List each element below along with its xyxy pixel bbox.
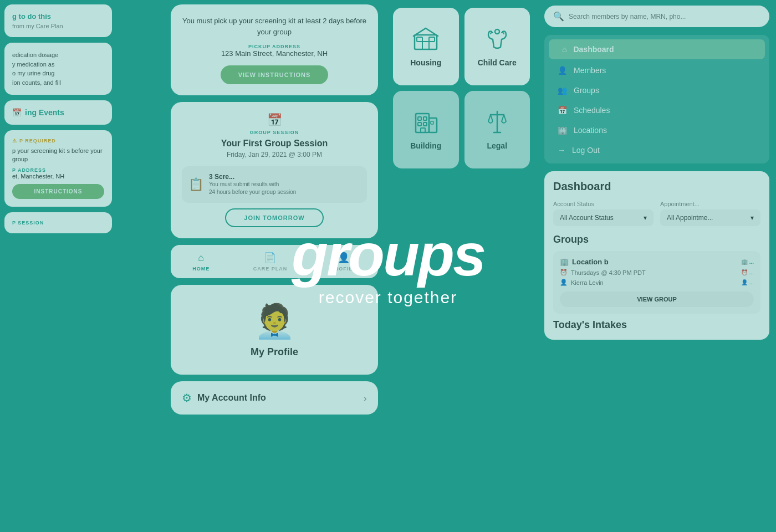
step-required-text: p your screening kit s before your group [12, 147, 104, 164]
svg-rect-6 [429, 118, 437, 132]
screenings-count: 3 Scre... [209, 173, 296, 181]
profile-avatar: 🧑‍💼 [182, 301, 367, 341]
view-group-button[interactable]: VIEW GROUP [560, 291, 754, 307]
member-icon: 👤 [560, 279, 568, 286]
svg-rect-7 [418, 117, 421, 120]
svg-rect-12 [431, 121, 433, 124]
group-session-date: Friday, Jan 29, 2021 @ 3:00 PM [182, 151, 367, 158]
logo-s: s [453, 221, 484, 288]
chevron-right-icon: › [363, 392, 367, 405]
sidebar-item-locations[interactable]: 🏢 Locations [544, 120, 769, 140]
svg-rect-2 [417, 37, 422, 42]
intakes-title: Today's Intakes [553, 319, 760, 331]
admin-panel: 🔍 ⌂ Dashboard 👤 Members 👥 Groups 📅 Sched… [538, 0, 776, 532]
nav-care-plan[interactable]: 📄 CARE PLAN [253, 252, 288, 272]
housing-label: Housing [410, 58, 441, 67]
svg-rect-8 [423, 117, 427, 120]
chevron-down-icon-2: ▾ [751, 214, 754, 222]
schedules-label: Schedules [574, 106, 610, 115]
sidebar-item-schedules[interactable]: 📅 Schedules [544, 100, 769, 120]
group-card: 🏢 Location b 🏢 ... ⏰ Thursdays @ 4:30 PM… [553, 251, 760, 314]
svg-rect-9 [418, 122, 421, 126]
clock-icon: ⏰ [560, 269, 568, 276]
sidebar-item-logout[interactable]: → Log Out [544, 140, 769, 160]
appointment-select[interactable]: All Appointme... ▾ [660, 209, 760, 226]
group-session-card: 📅 GROUP SESSION Your First Group Session… [171, 102, 378, 238]
svg-rect-10 [423, 122, 427, 126]
nav-home[interactable]: ⌂ HOME [192, 252, 210, 272]
calendar-icon: 📅 [12, 108, 22, 117]
things-to-do-card: g to do this from my Care Plan [4, 4, 112, 37]
account-status-select[interactable]: All Account Status ▾ [553, 209, 654, 226]
member-badge: 👤 ... [741, 279, 754, 285]
medication-card: edication dosage y medication as o my ur… [4, 43, 112, 95]
sidebar-item-groups[interactable]: 👥 Groups [544, 80, 769, 100]
logo-g: g [292, 221, 326, 288]
building-label: Building [410, 141, 441, 150]
logo-u: u [383, 221, 418, 288]
child-care-icon [485, 26, 509, 53]
groups-section: Groups 🏢 Location b 🏢 ... ⏰ Thursdays @ … [553, 234, 760, 314]
legal-label: Legal [487, 141, 507, 150]
housing-card[interactable]: Housing [393, 8, 459, 85]
warning-icon: ⚠ [12, 138, 17, 144]
legal-card[interactable]: Legal [464, 91, 530, 168]
group-session-title: Your First Group Session [182, 139, 367, 149]
medication-text: edication dosage y medication as o my ur… [12, 50, 104, 87]
dashboard-title: Dashboard [553, 180, 760, 193]
dashboard-label: Dashboard [573, 45, 614, 54]
sidebar-item-members[interactable]: 👤 Members [544, 60, 769, 80]
dashboard-icon: ⌂ [562, 45, 566, 54]
location-icon: 🏢 [560, 258, 569, 266]
session-label-left: P SESSION [12, 220, 104, 226]
members-label: Members [574, 66, 606, 75]
pickup-address: 123 Main Street, Manchester, NH [182, 49, 367, 58]
step-required-badge: ⚠ P REQUIRED [12, 138, 104, 144]
nav-home-label: HOME [192, 266, 210, 272]
child-care-label: Child Care [478, 58, 517, 67]
view-instructions-button[interactable]: VIEW INSTRUCTIONS [221, 65, 329, 84]
warning-text: You must pick up your screening kit at l… [182, 16, 367, 37]
account-info-content: ⚙ My Account Info [182, 391, 266, 405]
child-care-card[interactable]: Child Care [464, 8, 530, 85]
pickup-address-left: et, Manchester, NH [12, 173, 104, 180]
admin-sidebar: ⌂ Dashboard 👤 Members 👥 Groups 📅 Schedul… [544, 35, 769, 163]
groups-label: Groups [574, 86, 599, 95]
group-member-row: 👤 Kierra Levin 👤 ... [560, 279, 754, 286]
logo-text: gr o ups [292, 225, 484, 285]
sidebar-item-dashboard[interactable]: ⌂ Dashboard [549, 39, 765, 59]
account-status-label: Account Status [553, 201, 654, 207]
account-info-card[interactable]: ⚙ My Account Info › [171, 381, 378, 415]
nav-care-plan-label: CARE PLAN [253, 266, 288, 272]
session-card-left: P SESSION [4, 212, 112, 233]
logo-r: r [326, 221, 348, 288]
filters-row: Account Status All Account Status ▾ Appo… [553, 201, 760, 226]
search-input[interactable] [569, 13, 760, 21]
resource-grid: Housing Child Care [390, 4, 533, 172]
logo-tagline: recover together [292, 288, 484, 307]
logo-p: p [418, 221, 453, 288]
screenings-note: You must submit results with24 hours bef… [209, 181, 296, 196]
logout-label: Log Out [572, 146, 600, 155]
svg-rect-1 [422, 42, 429, 49]
account-title: My Account Info [197, 393, 266, 403]
pickup-address-label: PICKUP ADDRESS [182, 44, 367, 49]
step-required-card: ⚠ P REQUIRED p your screening kit s befo… [4, 130, 112, 207]
instructions-button-left[interactable]: INSTRUCTIONS [12, 184, 104, 199]
search-bar[interactable]: 🔍 [544, 6, 769, 27]
account-status-field: Account Status All Account Status ▾ [553, 201, 654, 226]
care-plan-ref: from my Care Plan [12, 23, 104, 29]
logo-overlay: gr o ups recover together [292, 225, 484, 307]
logo-o-container: o [348, 225, 383, 285]
intakes-section: Today's Intakes [553, 319, 760, 331]
dashboard-panel: Dashboard Account Status All Account Sta… [544, 171, 769, 340]
appointment-value: All Appointme... [667, 214, 713, 222]
group-location: Location b [572, 258, 609, 266]
screenings-icon: 📋 [188, 177, 203, 192]
far-left-panel: g to do this from my Care Plan edication… [0, 0, 116, 532]
settings-icon: ⚙ [182, 391, 192, 405]
groups-icon: 👥 [558, 86, 567, 95]
appointment-label: Appointment... [660, 201, 760, 207]
building-card[interactable]: Building [393, 91, 459, 168]
account-status-value: All Account Status [560, 214, 614, 222]
